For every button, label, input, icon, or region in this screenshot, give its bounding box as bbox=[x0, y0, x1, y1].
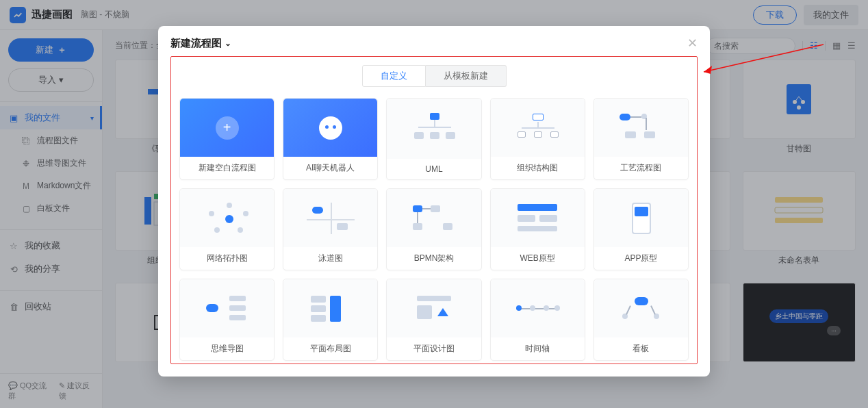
tab-template[interactable]: 从模板新建 bbox=[426, 65, 507, 87]
modal-item-org-chart[interactable]: 组织结构图 bbox=[490, 98, 585, 180]
modal-item-app-prototype[interactable]: APP原型 bbox=[593, 188, 689, 270]
chevron-down-icon[interactable]: ⌄ bbox=[225, 38, 231, 48]
modal-item-graphic-design[interactable]: 平面设计图 bbox=[386, 279, 481, 361]
modal-item-web-prototype[interactable]: WEB原型 bbox=[490, 188, 585, 270]
modal-grid: + 新建空白流程图 AI聊天机器人 UML 组织结构图 工艺 bbox=[179, 98, 689, 361]
close-icon[interactable]: ✕ bbox=[687, 36, 698, 51]
new-flowchart-modal: 新建流程图 ⌄ ✕ 自定义 从模板新建 + 新建空白流程图 AI聊天机器人 bbox=[158, 26, 710, 377]
plus-circle-icon: + bbox=[216, 116, 239, 140]
modal-item-uml[interactable]: UML bbox=[386, 98, 481, 180]
modal-item-network[interactable]: 网络拓扑图 bbox=[179, 188, 275, 270]
modal-overlay[interactable]: 新建流程图 ⌄ ✕ 自定义 从模板新建 + 新建空白流程图 AI聊天机器人 bbox=[0, 0, 868, 408]
modal-item-swimlane[interactable]: 泳道图 bbox=[283, 188, 378, 270]
bot-face-icon bbox=[319, 116, 342, 140]
modal-tabs: 自定义 从模板新建 bbox=[179, 65, 689, 87]
tab-custom[interactable]: 自定义 bbox=[362, 65, 426, 87]
modal-item-bpmn[interactable]: BPMN架构 bbox=[386, 188, 481, 270]
modal-item-ai-chatbot[interactable]: AI聊天机器人 bbox=[283, 98, 378, 180]
modal-item-kanban[interactable]: 看板 bbox=[593, 279, 689, 361]
modal-item-timeline[interactable]: 时间轴 bbox=[490, 279, 585, 361]
modal-item-process[interactable]: 工艺流程图 bbox=[593, 98, 689, 180]
modal-item-blank[interactable]: + 新建空白流程图 bbox=[179, 98, 275, 180]
modal-item-floor-plan[interactable]: 平面布局图 bbox=[283, 279, 378, 361]
modal-title: 新建流程图 ⌄ bbox=[170, 37, 231, 50]
modal-item-mindmap[interactable]: 思维导图 bbox=[179, 279, 275, 361]
